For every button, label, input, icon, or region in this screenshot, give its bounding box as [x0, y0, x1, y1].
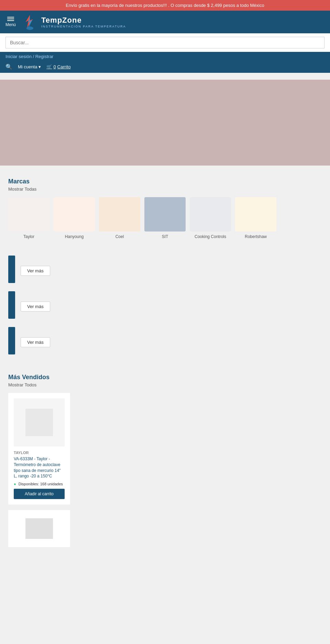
- account-label: Mi cuenta: [18, 64, 37, 69]
- best-sellers-show-all[interactable]: Mostrar Todos: [8, 382, 322, 387]
- login-link[interactable]: Iniciar sesión / Registrar: [6, 54, 53, 59]
- ver-mas-button-2[interactable]: Ver más: [21, 302, 50, 312]
- category-row-1: Ver más: [8, 256, 322, 283]
- brands-section: Marcas Mostrar Todas Taylor Hanyoung Coe…: [0, 172, 330, 247]
- svg-point-2: [26, 26, 33, 30]
- brand-card-taylor[interactable]: Taylor: [8, 197, 50, 239]
- brand-card-sit[interactable]: SIT: [144, 197, 186, 239]
- product-brand-1: TAYLOR: [14, 451, 65, 455]
- category-bar-2: [8, 291, 15, 319]
- category-info-2: Ver más: [21, 299, 322, 312]
- banner-text: Envío gratis en la mayoría de nuestros p…: [66, 3, 264, 8]
- category-row-2: Ver más: [8, 291, 322, 319]
- brand-name-sit: SIT: [162, 234, 168, 239]
- brand-card-hanyoung[interactable]: Hanyoung: [54, 197, 95, 239]
- brand-card-coel[interactable]: Coel: [99, 197, 140, 239]
- brands-title: Marcas: [8, 178, 322, 185]
- category-bar-1: [8, 256, 15, 283]
- product-stock-1: ● Disponibles: 168 unidades: [14, 482, 65, 486]
- search-bar-container: [0, 33, 330, 52]
- cart-icon: 🛒: [46, 64, 52, 69]
- add-to-cart-button-1[interactable]: Añadir al carrito: [14, 489, 65, 499]
- best-sellers-section: Más Vendidos Mostrar Todos TAYLOR VA-633…: [0, 368, 330, 557]
- logo-subtext: INSTRUMENTACIÓN PARA TEMPERATURA: [41, 25, 126, 28]
- brand-card-robertshaw[interactable]: Robertshaw: [235, 197, 276, 239]
- account-link[interactable]: Mi cuenta ▾: [18, 64, 41, 69]
- product-image-2: [25, 518, 53, 539]
- nav-area: Iniciar sesión / Registrar: [0, 52, 330, 62]
- brands-show-all[interactable]: Mostrar Todas: [8, 187, 322, 192]
- search-icon[interactable]: 🔍: [6, 64, 12, 70]
- top-banner: Envío gratis en la mayoría de nuestros p…: [0, 0, 330, 11]
- best-sellers-title: Más Vendidos: [8, 374, 322, 381]
- product-name-1: VA-6333M - Taylor - Termómetro de autocl…: [14, 456, 65, 479]
- menu-button[interactable]: Menú: [6, 17, 16, 27]
- brand-img-sit: [144, 197, 186, 231]
- brand-name-hanyoung: Hanyoung: [65, 234, 84, 239]
- brand-name-taylor: Taylor: [23, 234, 34, 239]
- account-row: 🔍 Mi cuenta ▾ 🛒 0 Carrito: [0, 62, 330, 73]
- brand-img-coel: [99, 197, 140, 231]
- brand-img-taylor: [8, 197, 50, 231]
- cart-label: Carrito: [57, 64, 71, 69]
- brand-img-hanyoung: [54, 197, 95, 231]
- ver-mas-button-1[interactable]: Ver más: [21, 266, 50, 276]
- logo-text: TempZone: [41, 16, 126, 25]
- header: Menú TempZone INSTRUMENTACIÓN PARA TEMPE…: [0, 11, 330, 73]
- product-image-1: [14, 398, 65, 447]
- category-row-3: Ver más: [8, 327, 322, 354]
- brands-row: Taylor Hanyoung Coel SIT Cooking Control…: [8, 197, 322, 242]
- chevron-down-icon: ▾: [38, 64, 41, 69]
- ver-mas-button-3[interactable]: Ver más: [21, 337, 50, 347]
- hero-banner: [0, 80, 330, 166]
- brand-img-cooking: [190, 197, 231, 231]
- hamburger-icon: [7, 17, 14, 21]
- category-info-1: Ver más: [21, 263, 322, 276]
- logo-icon: [21, 13, 38, 31]
- search-input[interactable]: [6, 37, 324, 48]
- stock-dot-1: ●: [14, 482, 16, 486]
- product-card-1: TAYLOR VA-6333M - Taylor - Termómetro de…: [8, 393, 70, 505]
- cart-link[interactable]: 🛒 0 Carrito: [46, 64, 70, 69]
- categories-section: Ver más Ver más Ver más: [0, 250, 330, 368]
- brand-img-robertshaw: [235, 197, 276, 231]
- cart-count: 0: [53, 64, 56, 69]
- brand-name-coel: Coel: [116, 234, 124, 239]
- product-img-inner-1: [25, 409, 53, 436]
- brand-card-cooking[interactable]: Cooking Controls: [190, 197, 231, 239]
- menu-label: Menú: [6, 22, 16, 27]
- brand-name-robertshaw: Robertshaw: [245, 234, 267, 239]
- product-card-2: [8, 510, 70, 547]
- category-info-3: Ver más: [21, 335, 322, 347]
- category-bar-3: [8, 327, 15, 354]
- logo[interactable]: TempZone INSTRUMENTACIÓN PARA TEMPERATUR…: [21, 13, 126, 31]
- brand-name-cooking: Cooking Controls: [195, 234, 226, 239]
